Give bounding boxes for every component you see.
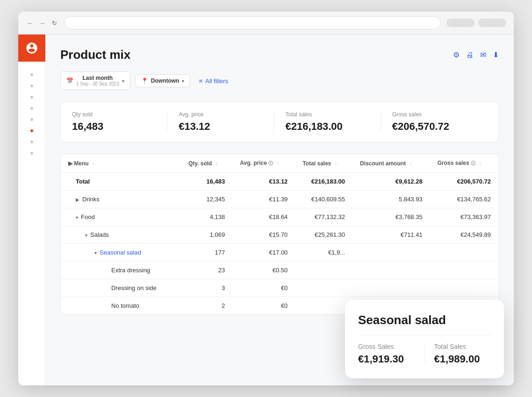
sidebar-logo[interactable] bbox=[18, 35, 45, 62]
tooltip-title: Seasonal salad bbox=[358, 313, 491, 335]
row-name: Drinks bbox=[82, 196, 100, 203]
table-row: ▾Salads 1,069 €15.70 €25,261.30 €711.41 … bbox=[61, 226, 498, 244]
col-menu[interactable]: ▶ Menu ↑ bbox=[61, 154, 181, 173]
download-icon[interactable]: ⬇ bbox=[493, 50, 499, 59]
cell-qty: 23 bbox=[181, 262, 232, 279]
sort-qty-icon[interactable]: ↑ bbox=[216, 161, 218, 166]
cell-qty: 12,345 bbox=[181, 191, 232, 208]
tooltip-total-sales: Total Sales €1,989.00 bbox=[425, 343, 491, 365]
cell-name: ▾Salads bbox=[61, 226, 181, 244]
browser-action-2 bbox=[478, 19, 506, 27]
forward-button[interactable]: → bbox=[38, 19, 46, 27]
col-qty-sold[interactable]: Qty. sold ↑ bbox=[181, 154, 232, 173]
cell-discount: €3,768.35 bbox=[352, 208, 430, 226]
cell-total bbox=[295, 297, 352, 315]
expand-icon[interactable]: ▶ bbox=[76, 197, 79, 202]
sort-gross-icon[interactable]: ↑ bbox=[479, 161, 481, 166]
date-filter-label: Last month 1 Sep - 30 Sep 2023 bbox=[76, 75, 119, 87]
table-row: ▾Seasonal salad 177 €17.00 €1,9... bbox=[61, 244, 498, 262]
col-gross-sales[interactable]: Gross sales ⓘ ↑ bbox=[430, 154, 498, 173]
cell-name: Total bbox=[61, 173, 181, 191]
col-discount[interactable]: Discount amount ↑ bbox=[352, 154, 430, 173]
filters-bar: 📅 Last month 1 Sep - 30 Sep 2023 ▾ 📍 Dow… bbox=[60, 71, 499, 90]
row-name: No tomato bbox=[111, 302, 139, 309]
settings-icon[interactable]: ⚙ bbox=[453, 50, 460, 59]
cell-qty: 2 bbox=[181, 297, 232, 315]
sidebar-item-7[interactable] bbox=[30, 141, 33, 143]
table-row: Dressing on side 3 €0 bbox=[61, 279, 498, 297]
location-filter-button[interactable]: 📍 Downtown ▾ bbox=[135, 74, 191, 87]
browser-action-1 bbox=[446, 19, 474, 27]
stat-gross-sales: Gross sales €206,570.72 bbox=[381, 111, 487, 133]
cell-name: ▶Drinks bbox=[61, 191, 181, 208]
expand-icon[interactable]: ▾ bbox=[85, 233, 87, 238]
row-name: Food bbox=[81, 213, 95, 220]
page-header: Product mix ⚙ 🖨 ✉ ⬇ bbox=[60, 48, 499, 62]
browser-chrome: ← → ↻ bbox=[18, 12, 514, 35]
expand-icon[interactable]: ▾ bbox=[94, 250, 97, 255]
table-row: ▾Food 4,138 €18.64 €77,132.32 €3,768.35 … bbox=[61, 208, 498, 226]
cell-name: ▾Food bbox=[61, 208, 181, 226]
sidebar-item-8[interactable] bbox=[30, 152, 33, 155]
sort-avg-icon[interactable]: ↑ bbox=[277, 161, 279, 166]
col-avg-price[interactable]: Avg. price ⓘ ↑ bbox=[232, 154, 295, 173]
cell-avg: €0.50 bbox=[232, 262, 295, 279]
cell-name: ▾Seasonal salad bbox=[61, 244, 181, 262]
location-icon: 📍 bbox=[141, 78, 148, 84]
info-gross-icon[interactable]: ⓘ bbox=[471, 161, 475, 166]
sort-menu-icon[interactable]: ↑ bbox=[92, 161, 94, 166]
table-row: ▶Drinks 12,345 €11.39 €140,609.55 5,843.… bbox=[61, 191, 498, 208]
sidebar-item-5[interactable] bbox=[30, 118, 33, 121]
sidebar-item-1[interactable] bbox=[30, 73, 33, 76]
row-name: Total bbox=[76, 178, 90, 185]
info-avg-icon[interactable]: ⓘ bbox=[268, 161, 273, 166]
cell-discount bbox=[352, 244, 430, 262]
tooltip-gross-sales: Gross Sales €1,919.30 bbox=[358, 343, 425, 365]
expand-icon[interactable]: ▾ bbox=[76, 215, 78, 220]
sidebar-item-4[interactable] bbox=[30, 107, 33, 110]
cell-discount: €9,612.28 bbox=[352, 173, 430, 191]
refresh-button[interactable]: ↻ bbox=[50, 19, 58, 27]
tooltip-popup: Seasonal salad Gross Sales €1,919.30 Tot… bbox=[345, 300, 504, 378]
sort-total-icon[interactable]: ↑ bbox=[335, 161, 337, 166]
filter-lines-icon: ≡ bbox=[199, 78, 202, 85]
stat-avg-price: Avg. price €13.12 bbox=[167, 111, 274, 133]
cell-total: €216,183.00 bbox=[295, 173, 352, 191]
sidebar-item-6[interactable] bbox=[30, 129, 33, 132]
table-row: Extra dressing 23 €0.50 bbox=[61, 262, 498, 279]
cell-avg: €18.64 bbox=[232, 208, 295, 226]
sidebar-item-2[interactable] bbox=[30, 85, 33, 87]
cell-avg: €15.70 bbox=[232, 226, 295, 244]
cell-total bbox=[295, 262, 352, 279]
cell-total: €77,132.32 bbox=[295, 208, 352, 226]
email-icon[interactable]: ✉ bbox=[480, 50, 486, 59]
stat-total-sales: Total sales €216,183.00 bbox=[274, 111, 381, 133]
cell-gross: €73,363.97 bbox=[430, 208, 498, 226]
back-button[interactable]: ← bbox=[26, 19, 34, 27]
all-filters-button[interactable]: ≡ All filters bbox=[195, 75, 232, 87]
stat-qty-sold-label: Qty sold bbox=[72, 111, 156, 118]
sort-discount-icon[interactable]: ↑ bbox=[409, 161, 411, 166]
cell-discount bbox=[352, 279, 430, 297]
stat-avg-price-label: Avg. price bbox=[179, 111, 262, 118]
row-name-link[interactable]: Seasonal salad bbox=[100, 249, 141, 256]
page-title: Product mix bbox=[60, 48, 130, 62]
cell-qty: 4,138 bbox=[181, 208, 232, 226]
col-total-sales[interactable]: Total sales ↑ bbox=[295, 154, 352, 173]
print-icon[interactable]: 🖨 bbox=[466, 51, 474, 59]
sidebar-item-3[interactable] bbox=[30, 96, 33, 99]
expand-all-icon[interactable]: ▶ bbox=[68, 160, 72, 167]
tooltip-metrics: Gross Sales €1,919.30 Total Sales €1,989… bbox=[358, 343, 491, 365]
cell-qty: 3 bbox=[181, 279, 232, 297]
browser-actions bbox=[446, 19, 506, 27]
stat-gross-sales-label: Gross sales bbox=[392, 111, 476, 118]
stat-qty-sold: Qty sold 16,483 bbox=[72, 111, 167, 133]
cell-gross bbox=[430, 279, 498, 297]
date-filter-button[interactable]: 📅 Last month 1 Sep - 30 Sep 2023 ▾ bbox=[60, 71, 130, 90]
cell-gross: €24,549.89 bbox=[430, 226, 498, 244]
cell-qty: 177 bbox=[181, 244, 232, 262]
row-name: Extra dressing bbox=[111, 267, 150, 274]
chevron-down-icon-2: ▾ bbox=[182, 78, 184, 84]
url-bar[interactable] bbox=[64, 16, 441, 29]
cell-qty: 1,069 bbox=[181, 226, 232, 244]
